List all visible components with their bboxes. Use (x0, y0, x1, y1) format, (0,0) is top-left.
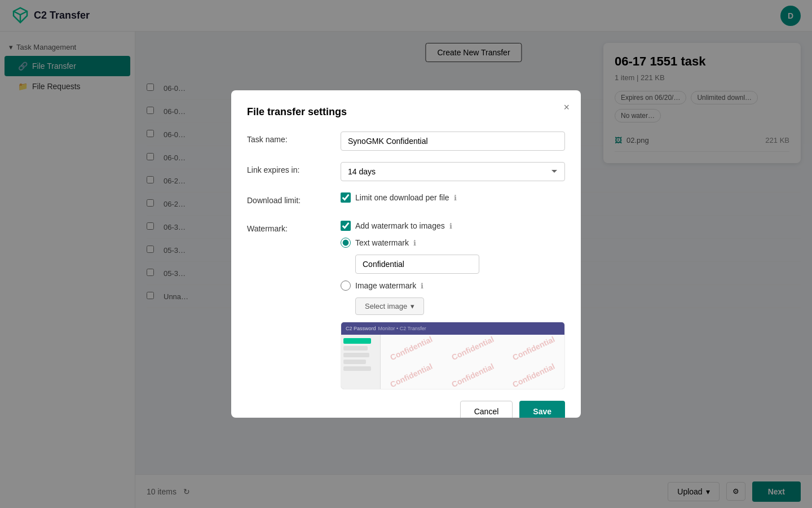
download-limit-info-icon: ℹ (454, 194, 457, 202)
watermark-row: Watermark: Add watermark to images ℹ Tex… (247, 221, 565, 389)
task-name-input[interactable] (341, 132, 565, 151)
watermark-text-input[interactable] (355, 255, 479, 274)
modal-footer: Cancel Save (247, 401, 565, 418)
preview-content: Confidential Confidential Confidential C… (341, 335, 564, 389)
download-limit-label: Download limit: (247, 192, 332, 205)
link-expires-control: 14 days 1 day 3 days 7 days 30 days Neve… (341, 162, 565, 181)
select-image-button[interactable]: Select image ▾ (355, 297, 424, 315)
cancel-button[interactable]: Cancel (460, 401, 513, 418)
task-name-row: Task name: (247, 132, 565, 151)
preview-topbar: C2 Password Monitor • C2 Transfer (341, 322, 564, 335)
image-watermark-radio[interactable] (341, 281, 351, 291)
task-name-control (341, 132, 565, 151)
watermark-info-icon: ℹ (449, 222, 452, 230)
watermark-tiled-overlay: Confidential Confidential Confidential C… (381, 335, 564, 389)
preview-sidebar-item (343, 353, 369, 357)
download-limit-row: Download limit: Limit one download per f… (247, 192, 565, 209)
download-limit-control: Limit one download per file ℹ (341, 192, 565, 209)
watermark-preview: C2 Password Monitor • C2 Transfer (341, 322, 565, 389)
task-name-label: Task name: (247, 132, 332, 144)
text-watermark-row: Text watermark ℹ (341, 238, 565, 248)
watermark-checkbox-row: Add watermark to images ℹ (341, 221, 565, 231)
image-watermark-label: Image watermark (355, 281, 416, 290)
preview-sidebar-item (343, 360, 366, 364)
download-limit-checkbox[interactable] (341, 192, 351, 203)
preview-sidebar (341, 335, 381, 389)
watermark-label: Watermark: (247, 221, 332, 233)
preview-main: Confidential Confidential Confidential C… (381, 335, 564, 389)
modal-close-button[interactable]: × (563, 102, 570, 113)
download-limit-checkbox-label: Limit one download per file (355, 193, 449, 202)
select-image-label: Select image (365, 302, 407, 310)
save-button[interactable]: Save (519, 401, 565, 418)
preview-inner: C2 Password Monitor • C2 Transfer (341, 322, 564, 389)
link-expires-row: Link expires in: 14 days 1 day 3 days 7 … (247, 162, 565, 181)
text-watermark-label: Text watermark (355, 238, 409, 247)
add-watermark-checkbox[interactable] (341, 221, 351, 231)
text-watermark-info-icon: ℹ (413, 239, 416, 247)
link-expires-label: Link expires in: (247, 162, 332, 174)
text-watermark-radio[interactable] (341, 238, 351, 248)
chevron-down-icon: ▾ (411, 302, 414, 310)
preview-sidebar-item (343, 346, 368, 351)
image-watermark-row: Image watermark ℹ (341, 281, 565, 291)
file-transfer-settings-modal: File transfer settings × Task name: Link… (231, 90, 581, 418)
download-limit-checkbox-row: Limit one download per file ℹ (341, 192, 565, 203)
modal-overlay: File transfer settings × Task name: Link… (0, 0, 812, 508)
preview-sidebar-item-active (343, 338, 371, 344)
link-expires-select[interactable]: 14 days 1 day 3 days 7 days 30 days Neve… (341, 162, 565, 181)
image-watermark-info-icon: ℹ (421, 282, 423, 290)
modal-title: File transfer settings (247, 106, 565, 118)
add-watermark-label: Add watermark to images (355, 221, 445, 230)
preview-app-label: C2 Password (346, 326, 376, 331)
preview-sidebar-item (343, 366, 371, 371)
watermark-control: Add watermark to images ℹ Text watermark… (341, 221, 565, 389)
